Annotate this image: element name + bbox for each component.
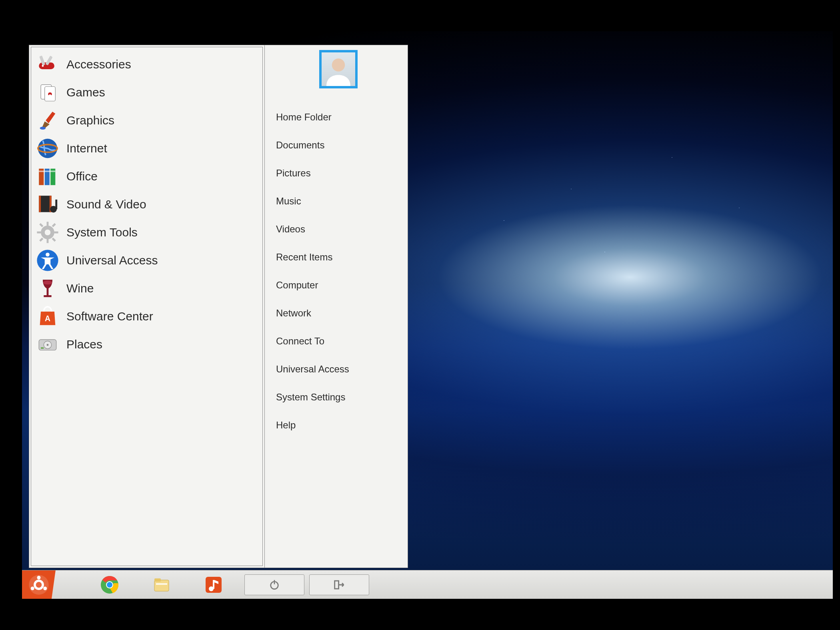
svg-rect-26 (52, 223, 56, 227)
category-accessories[interactable]: Accessories (34, 50, 260, 78)
start-menu-categories: Accessories Games Graphics Internet Offi (31, 47, 263, 566)
svg-rect-52 (274, 580, 275, 584)
file-manager-icon (152, 575, 171, 594)
place-documents[interactable]: Documents (276, 140, 400, 151)
shopping-bag-icon: A (36, 305, 59, 328)
category-internet[interactable]: Internet (34, 134, 260, 162)
place-recent[interactable]: Recent Items (276, 252, 400, 263)
category-sound-video[interactable]: Sound & Video (34, 190, 260, 218)
category-universal-access[interactable]: Universal Access (34, 246, 260, 274)
svg-point-29 (46, 253, 50, 257)
place-pictures[interactable]: Pictures (276, 168, 400, 179)
svg-rect-47 (156, 583, 167, 585)
place-connect-to[interactable]: Connect To (276, 336, 400, 347)
category-label: Graphics (66, 114, 114, 127)
taskbar-app-music[interactable] (188, 570, 240, 599)
svg-point-30 (43, 281, 52, 285)
logout-icon (332, 578, 346, 592)
category-graphics[interactable]: Graphics (34, 106, 260, 134)
music-player-icon (204, 575, 223, 594)
category-label: Games (66, 86, 105, 99)
place-help[interactable]: Help (276, 420, 400, 431)
place-network[interactable]: Network (276, 308, 400, 319)
svg-point-3 (42, 65, 44, 67)
svg-rect-27 (39, 238, 43, 242)
place-system-settings[interactable]: System Settings (276, 392, 400, 403)
taskbar-app-files[interactable] (136, 570, 188, 599)
svg-rect-53 (335, 581, 339, 589)
category-wine[interactable]: Wine (34, 274, 260, 302)
category-label: Office (66, 170, 98, 183)
books-icon (36, 165, 59, 188)
user-avatar[interactable] (319, 50, 358, 88)
taskbar-power-button[interactable] (244, 574, 304, 595)
svg-rect-45 (154, 580, 169, 591)
place-computer[interactable]: Computer (276, 280, 400, 291)
gear-icon (36, 221, 59, 244)
category-software-center[interactable]: A Software Center (34, 302, 260, 330)
svg-point-44 (107, 582, 112, 588)
globe-icon (36, 137, 59, 160)
taskbar-logout-button[interactable] (309, 574, 369, 595)
category-label: Internet (66, 142, 107, 155)
category-label: Universal Access (66, 254, 158, 267)
svg-point-19 (45, 230, 51, 236)
svg-point-34 (47, 344, 49, 346)
category-label: Sound & Video (66, 198, 146, 211)
paintbrush-icon (36, 109, 59, 132)
category-label: Wine (66, 282, 94, 295)
place-home[interactable]: Home Folder (276, 112, 400, 123)
svg-rect-35 (41, 347, 44, 349)
accessibility-icon (36, 249, 59, 272)
category-label: Places (66, 338, 102, 351)
chrome-icon (100, 575, 119, 594)
svg-rect-17 (55, 200, 57, 209)
category-label: Software Center (66, 310, 153, 323)
start-menu: Accessories Games Graphics Internet Offi (29, 45, 408, 568)
svg-rect-25 (52, 238, 56, 242)
svg-rect-50 (213, 580, 214, 589)
category-games[interactable]: Games (34, 78, 260, 106)
svg-rect-22 (37, 232, 41, 234)
place-videos[interactable]: Videos (276, 224, 400, 235)
svg-text:A: A (45, 314, 50, 323)
cards-icon (36, 81, 59, 104)
power-icon (268, 578, 281, 591)
svg-rect-24 (39, 223, 43, 227)
svg-point-6 (40, 127, 46, 130)
svg-rect-46 (154, 578, 161, 582)
category-places[interactable]: Places (34, 330, 260, 358)
ubuntu-logo-icon (28, 574, 50, 596)
category-label: System Tools (66, 226, 138, 239)
category-system-tools[interactable]: System Tools (34, 218, 260, 246)
place-music[interactable]: Music (276, 196, 400, 207)
svg-rect-23 (54, 232, 58, 234)
place-universal-access[interactable]: Universal Access (276, 364, 400, 375)
svg-point-40 (43, 586, 47, 590)
taskbar (22, 570, 833, 599)
taskbar-app-chrome[interactable] (84, 570, 136, 599)
category-office[interactable]: Office (34, 162, 260, 190)
svg-rect-14 (39, 196, 41, 212)
svg-point-36 (332, 58, 345, 72)
category-label: Accessories (66, 58, 131, 71)
svg-rect-21 (47, 239, 49, 243)
swiss-knife-icon (36, 53, 59, 76)
svg-point-41 (31, 586, 34, 590)
film-music-icon (36, 193, 59, 216)
disk-drive-icon (36, 333, 59, 356)
svg-rect-20 (47, 222, 49, 226)
wine-glass-icon (36, 277, 59, 300)
svg-point-39 (37, 576, 41, 579)
start-menu-places: Home Folder Documents Pictures Music Vid… (264, 45, 408, 568)
svg-rect-12 (39, 171, 55, 172)
start-button[interactable] (22, 570, 56, 599)
